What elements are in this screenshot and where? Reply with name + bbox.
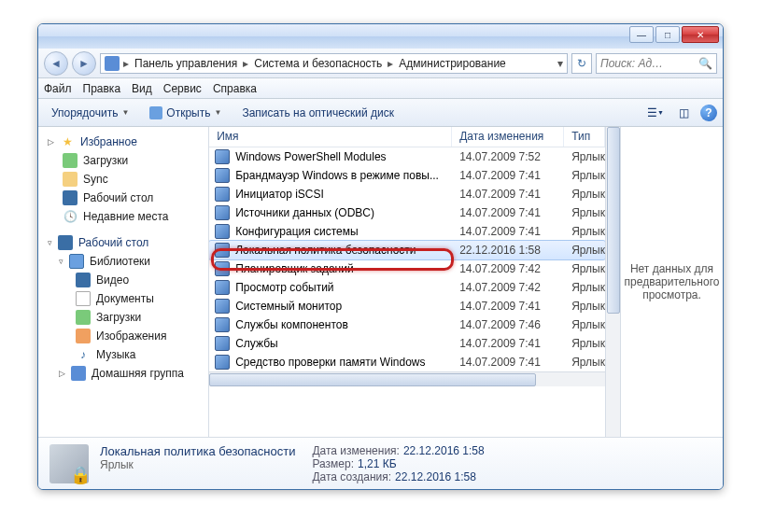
body: ▷★Избранное Загрузки Sync Рабочий стол 🕓… <box>38 127 723 437</box>
nav-recent[interactable]: 🕓Недавние места <box>38 207 208 226</box>
file-name: Источники данных (ODBC) <box>235 206 374 219</box>
file-name: Системный монитор <box>235 300 342 313</box>
shortcut-icon <box>215 336 230 351</box>
file-date: 14.07.2009 7:41 <box>452 225 564 238</box>
favorites-header[interactable]: ▷★Избранное <box>38 133 208 151</box>
shortcut-icon <box>215 355 230 370</box>
file-list: Имя Дата изменения Тип Windows PowerShel… <box>209 127 605 437</box>
col-date[interactable]: Дата изменения <box>452 127 564 147</box>
view-mode-button[interactable]: ☰▼ <box>644 103 667 123</box>
image-icon <box>76 329 91 343</box>
file-name: Просмотр событий <box>235 281 333 294</box>
file-type: Ярлык <box>564 188 605 201</box>
library-icon <box>69 254 84 269</box>
file-row[interactable]: Инициатор iSCSI14.07.2009 7:41Ярлык <box>209 185 605 203</box>
preview-empty-text: Нет данных для предварительного просмотр… <box>625 262 720 301</box>
close-button[interactable]: ✕ <box>682 26 719 43</box>
nav-downloads[interactable]: Загрузки <box>38 151 208 170</box>
homegroup-header[interactable]: ▷Домашняя группа <box>38 364 208 383</box>
file-date: 14.07.2009 7:42 <box>452 262 564 275</box>
scroll-thumb[interactable] <box>209 373 536 386</box>
search-input[interactable]: Поиск: Ад… 🔍 <box>596 53 717 74</box>
file-date: 14.07.2009 7:41 <box>452 300 564 313</box>
help-button[interactable]: ? <box>700 105 717 121</box>
libraries-header[interactable]: ▿Библиотеки <box>38 252 208 271</box>
file-name: Инициатор iSCSI <box>235 188 324 201</box>
file-row[interactable]: Windows PowerShell Modules14.07.2009 7:5… <box>209 147 605 166</box>
file-row[interactable]: Службы компонентов14.07.2009 7:46Ярлык <box>209 315 605 334</box>
nav-lib-downloads[interactable]: Загрузки <box>38 308 208 327</box>
file-type: Ярлык <box>564 206 605 219</box>
nav-desktop[interactable]: Рабочий стол <box>38 189 208 207</box>
download-icon <box>63 153 78 168</box>
file-row[interactable]: Средство проверки памяти Windows14.07.20… <box>209 353 605 371</box>
back-button[interactable]: ◄ <box>44 51 68 76</box>
refresh-button[interactable]: ↻ <box>571 53 592 74</box>
file-row[interactable]: Планировщик заданий14.07.2009 7:42Ярлык <box>209 259 605 278</box>
file-row[interactable]: Конфигурация системы14.07.2009 7:41Ярлык <box>209 222 605 241</box>
col-type[interactable]: Тип <box>564 127 605 147</box>
menu-tools[interactable]: Сервис <box>163 82 202 95</box>
column-headers: Имя Дата изменения Тип <box>209 127 605 147</box>
details-title: Локальная политика безопасности <box>100 444 295 458</box>
organize-button[interactable]: Упорядочить▼ <box>44 104 136 122</box>
col-name[interactable]: Имя <box>209 127 452 147</box>
nav-pane: ▷★Избранное Загрузки Sync Рабочий стол 🕓… <box>38 127 209 437</box>
download-icon <box>76 310 91 325</box>
file-row[interactable]: Локальная политика безопасности22.12.201… <box>209 241 605 259</box>
nav-docs[interactable]: Документы <box>38 289 208 308</box>
music-icon: ♪ <box>76 347 91 362</box>
nav-bar: ◄ ► ▸ Панель управления ▸ Система и безо… <box>38 49 723 78</box>
burn-button[interactable]: Записать на оптический диск <box>234 104 402 122</box>
file-row[interactable]: Источники данных (ODBC)14.07.2009 7:41Яр… <box>209 203 605 222</box>
file-row[interactable]: Брандмауэр Windows в режиме повы...14.07… <box>209 166 605 185</box>
breadcrumb-bar[interactable]: ▸ Панель управления ▸ Система и безопасн… <box>100 53 568 74</box>
menu-help[interactable]: Справка <box>213 82 257 95</box>
details-subtitle: Ярлык <box>100 458 295 471</box>
maximize-button[interactable]: □ <box>655 26 680 43</box>
nav-sync[interactable]: Sync <box>38 170 208 189</box>
star-icon: ★ <box>60 134 75 149</box>
search-icon: 🔍 <box>698 57 712 70</box>
menu-edit[interactable]: Правка <box>83 82 121 95</box>
file-type: Ярлык <box>564 300 605 313</box>
file-name: Брандмауэр Windows в режиме повы... <box>235 169 439 182</box>
minimize-button[interactable]: — <box>629 26 654 43</box>
shortcut-icon <box>215 168 230 183</box>
menu-file[interactable]: Файл <box>44 82 72 95</box>
file-date: 14.07.2009 7:42 <box>452 281 564 294</box>
file-row[interactable]: Просмотр событий14.07.2009 7:42Ярлык <box>209 278 605 297</box>
shortcut-icon <box>215 243 230 258</box>
horizontal-scrollbar[interactable] <box>209 371 605 386</box>
menu-view[interactable]: Вид <box>132 82 152 95</box>
preview-pane-button[interactable]: ◫ <box>672 103 695 123</box>
file-date: 14.07.2009 7:41 <box>452 337 564 350</box>
file-date: 14.07.2009 7:46 <box>452 318 564 331</box>
scroll-thumb[interactable] <box>607 127 620 314</box>
open-icon <box>149 106 162 119</box>
file-date: 14.07.2009 7:41 <box>452 356 564 369</box>
file-date: 22.12.2016 1:58 <box>452 244 564 257</box>
nav-video[interactable]: Видео <box>38 271 208 289</box>
file-type: Ярлык <box>564 169 605 182</box>
vertical-scrollbar[interactable] <box>605 127 620 437</box>
file-row[interactable]: Службы14.07.2009 7:41Ярлык <box>209 334 605 353</box>
shortcut-icon <box>215 224 230 239</box>
breadcrumb-seg[interactable]: Панель управления <box>129 57 243 70</box>
file-type: Ярлык <box>564 318 605 331</box>
desktop-header[interactable]: ▿Рабочий стол <box>38 233 208 252</box>
breadcrumb-seg[interactable]: Администрирование <box>393 57 511 70</box>
forward-button[interactable]: ► <box>72 51 96 76</box>
titlebar: — □ ✕ <box>38 24 723 49</box>
file-type: Ярлык <box>564 281 605 294</box>
breadcrumb-seg[interactable]: Система и безопасность <box>248 57 388 70</box>
file-row[interactable]: Системный монитор14.07.2009 7:41Ярлык <box>209 297 605 315</box>
folder-icon <box>63 172 78 187</box>
video-icon <box>76 273 91 287</box>
shortcut-icon <box>215 261 230 276</box>
shortcut-icon <box>215 149 230 164</box>
nav-music[interactable]: ♪Музыка <box>38 345 208 364</box>
open-button[interactable]: Открыть▼ <box>142 104 229 122</box>
nav-images[interactable]: Изображения <box>38 327 208 345</box>
desktop-icon <box>58 235 73 250</box>
